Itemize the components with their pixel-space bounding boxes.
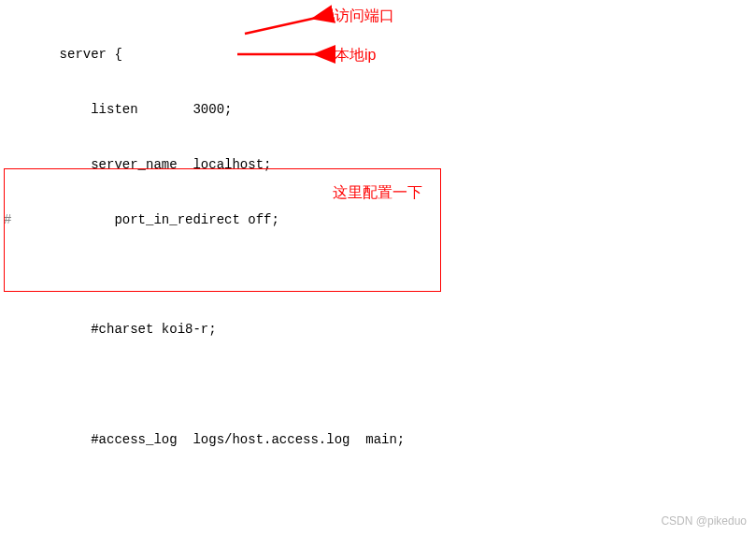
watermark: CSDN @pikeduo <box>661 513 747 529</box>
annotation-port: 访问端口 <box>335 6 394 26</box>
code-text: server_name localhost; <box>28 157 271 172</box>
annotation-localhost: 本地ip <box>335 45 376 65</box>
gutter: # <box>0 211 30 230</box>
annotation-location: 这里配置一下 <box>333 182 422 203</box>
code-line: server { <box>0 46 756 65</box>
code-line: #charset koi8-r; <box>0 321 756 340</box>
code-line: #access_log logs/host.access.log main; <box>0 431 756 450</box>
code-text: #charset koi8-r; <box>28 322 217 337</box>
code-text: port_in_redirect off; <box>28 212 279 227</box>
code-line <box>0 485 756 504</box>
code-line: server_name localhost; <box>0 156 756 175</box>
code-line <box>0 376 756 395</box>
code-text: listen 3000; <box>28 102 232 117</box>
code-line <box>0 266 756 284</box>
code-text: server { <box>28 47 122 62</box>
code-line: listen 3000; <box>0 101 756 120</box>
code-line: # port_in_redirect off; <box>0 211 756 230</box>
code-block: server { listen 3000; server_name localh… <box>0 0 756 535</box>
code-text: #access_log logs/host.access.log main; <box>28 432 405 447</box>
